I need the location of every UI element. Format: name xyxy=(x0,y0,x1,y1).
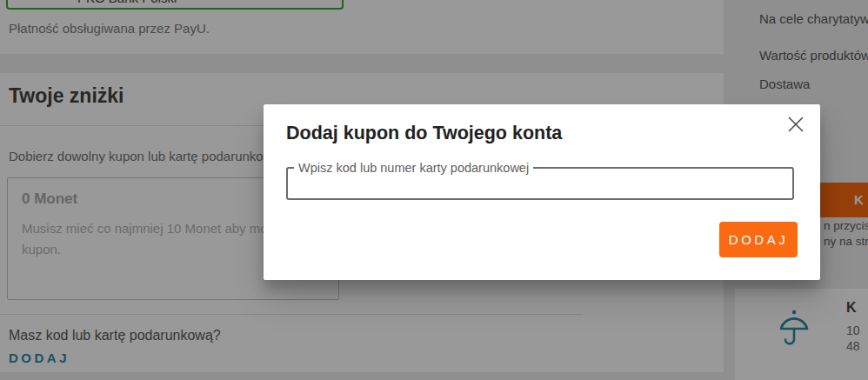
modal-add-button[interactable]: DODAJ xyxy=(719,222,798,257)
modal-title: Dodaj kupon do Twojego konta xyxy=(286,123,562,144)
coupon-code-field-label: Wpisz kod lub numer karty podarunkowej xyxy=(294,161,533,175)
add-coupon-modal: Dodaj kupon do Twojego konta Wpisz kod l… xyxy=(264,104,820,280)
close-icon[interactable] xyxy=(785,114,806,135)
coupon-code-field-outline: Wpisz kod lub numer karty podarunkowej xyxy=(286,167,794,200)
